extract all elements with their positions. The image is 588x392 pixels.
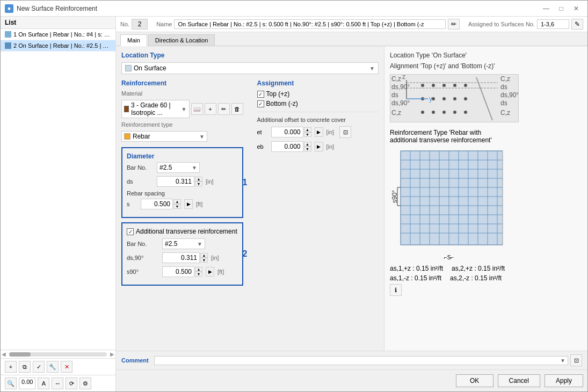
material-edit-button[interactable]: ✏ <box>218 103 230 115</box>
cancel-button[interactable]: Cancel <box>498 374 540 387</box>
wrench-button[interactable]: 🔧 <box>47 361 59 373</box>
area-button[interactable]: A <box>38 378 49 389</box>
bottom-bar: OK Cancel Apply <box>116 369 587 391</box>
transverse-checkbox-label[interactable]: Additional transverse reinforcement <box>127 228 238 235</box>
eb-input[interactable]: 0.000 <box>271 141 303 152</box>
type-content: Rebar <box>124 133 150 140</box>
edit-name-button[interactable]: ✏ <box>448 19 460 30</box>
s-bottom-label: ⌐S⌐ <box>390 255 508 260</box>
scroll-right-arrow[interactable]: ▶ <box>109 351 115 357</box>
material-book-button[interactable]: 📖 <box>191 103 203 115</box>
transverse-checkbox[interactable] <box>127 228 134 235</box>
maximize-button[interactable]: □ <box>554 3 568 14</box>
delete-button[interactable]: ✕ <box>61 361 72 373</box>
tab-direction[interactable]: Direction & Location <box>148 34 215 46</box>
eb-label: eb <box>257 143 268 150</box>
close-button[interactable]: ✕ <box>569 3 583 14</box>
window-title: New Surface Reinforcement <box>17 5 536 12</box>
s-up-button[interactable]: ▲ <box>173 199 181 204</box>
bottom-checkbox[interactable] <box>257 100 264 107</box>
material-label: Material <box>121 90 154 97</box>
s90-input[interactable]: 0.500 <box>162 266 194 277</box>
check-button[interactable]: ✓ <box>33 361 45 373</box>
comment-input-dropdown[interactable]: ▼ <box>154 356 568 365</box>
ds-up-button[interactable]: ▲ <box>195 177 202 182</box>
eb-up-button[interactable]: ▲ <box>304 142 311 147</box>
list-item-color-2 <box>5 42 11 49</box>
comment-action-button[interactable]: ⊡ <box>570 354 582 366</box>
assigned-edit-button[interactable]: ✎ <box>571 19 583 30</box>
scrollbar-thumb[interactable] <box>9 352 31 357</box>
title-bar: ■ New Surface Reinforcement — □ ✕ <box>1 1 587 17</box>
ds90-down-button[interactable]: ▼ <box>200 258 208 263</box>
s-down-button[interactable]: ▼ <box>173 204 181 209</box>
eb-arrow-right[interactable]: ▶ <box>315 142 323 151</box>
spacing-group: Rebar spacing s 0.500 ▲ ▼ <box>127 190 238 209</box>
divider <box>257 112 379 112</box>
name-input[interactable]: On Surface | Rebar | No.: #2.5 | s: 0.50… <box>174 19 445 29</box>
tab-main[interactable]: Main <box>120 34 147 46</box>
list-item-text-2: 2 On Surface | Rebar | No.: #2.5 | s: 0. <box>13 42 111 49</box>
diameter-box-number: 1 <box>243 178 248 187</box>
diameter-title: Diameter <box>127 153 238 160</box>
eb-down-button[interactable]: ▼ <box>304 147 311 151</box>
material-row: Material <box>121 90 243 97</box>
copy-item-button[interactable]: ⧉ <box>19 361 31 373</box>
info-button[interactable]: ℹ <box>390 284 402 296</box>
s90-spinner: 0.500 ▲ ▼ <box>162 266 202 277</box>
settings-button[interactable]: ⚙ <box>79 378 91 389</box>
transverse-section: Additional transverse reinforcement Bar … <box>121 222 243 286</box>
top-checkbox[interactable] <box>257 91 264 98</box>
s90-down-button[interactable]: ▼ <box>195 272 202 277</box>
s90-up-button[interactable]: ▲ <box>195 267 202 272</box>
list-item[interactable]: 1 On Surface | Rebar | No.: #4 | s: 0.5( <box>1 29 115 40</box>
ds-input[interactable]: 0.311 <box>157 176 194 187</box>
ds-unit: [in] <box>206 178 214 185</box>
transverse-bar-no-dropdown[interactable]: #2.5 ▼ <box>162 238 205 249</box>
svg-point-16 <box>442 111 446 114</box>
et-label: et <box>257 129 268 135</box>
ds-down-button[interactable]: ▼ <box>195 182 202 186</box>
material-dropdown[interactable]: 3 - Grade 60 | Isotropic ... ▼ <box>121 100 190 118</box>
et-arrow-right[interactable]: ▶ <box>315 127 323 137</box>
refresh-button[interactable]: ⟳ <box>66 378 77 389</box>
eb-row: eb 0.000 ▲ ▼ ▶ [in] <box>257 141 379 152</box>
svg-text:C,z: C,z <box>391 109 401 117</box>
scrollbar-track[interactable] <box>9 352 107 357</box>
s-arrow-right[interactable]: ▶ <box>184 199 193 209</box>
type-dropdown[interactable]: Rebar ▼ <box>121 131 207 142</box>
minimize-button[interactable]: — <box>539 3 553 14</box>
ok-button[interactable]: OK <box>456 374 493 387</box>
s90-arrow-right[interactable]: ▶ <box>206 267 214 277</box>
scroll-left-arrow[interactable]: ◀ <box>1 351 7 357</box>
comment-section: Comment ▼ ⊡ <box>116 351 587 369</box>
location-type-dropdown[interactable]: On Surface ▼ <box>121 62 379 74</box>
formula-section: as,1,+z : 0.15 in²/ft as,2,+z : 0.15 in²… <box>390 265 582 282</box>
search-button[interactable]: 🔍 <box>5 378 17 389</box>
tabs-bar: Main Direction & Location <box>116 32 587 46</box>
et-up-button[interactable]: ▲ <box>304 127 311 132</box>
s-spinner-btns: ▲ ▼ <box>173 199 181 209</box>
top-checkbox-label[interactable]: Top (+z) <box>257 90 379 98</box>
svg-text:y: y <box>429 95 432 103</box>
ds90-input[interactable]: 0.311 <box>162 252 200 263</box>
et-input[interactable]: 0.000 <box>271 127 303 137</box>
reinforcement-col: Reinforcement Material 3 - Grade 60 | Is… <box>121 79 243 290</box>
material-add-button[interactable]: + <box>205 103 216 115</box>
et-down-button[interactable]: ▼ <box>304 132 311 137</box>
formula-as1pz: as,1,+z : 0.15 in²/ft <box>390 265 443 272</box>
list-item-selected[interactable]: 2 On Surface | Rebar | No.: #2.5 | s: 0. <box>1 40 115 52</box>
measure-button[interactable]: ↔ <box>52 378 63 389</box>
material-delete-button[interactable]: 🗑 <box>231 103 243 115</box>
et-icon-button[interactable]: ⊡ <box>339 126 351 138</box>
list-scrollbar[interactable]: ◀ ▶ <box>1 350 115 358</box>
s-input[interactable]: 0.500 <box>141 199 173 209</box>
add-item-button[interactable]: + <box>5 361 17 373</box>
no-label: No. <box>120 21 129 27</box>
ds90-up-button[interactable]: ▲ <box>200 253 208 258</box>
bar-no-dropdown[interactable]: #2.5 ▼ <box>157 162 200 173</box>
svg-point-7 <box>453 84 456 87</box>
diameter-section: Diameter Bar No. #2.5 ▼ ds <box>121 147 243 218</box>
apply-button[interactable]: Apply <box>545 374 583 387</box>
bottom-checkbox-label[interactable]: Bottom (-z) <box>257 100 379 107</box>
